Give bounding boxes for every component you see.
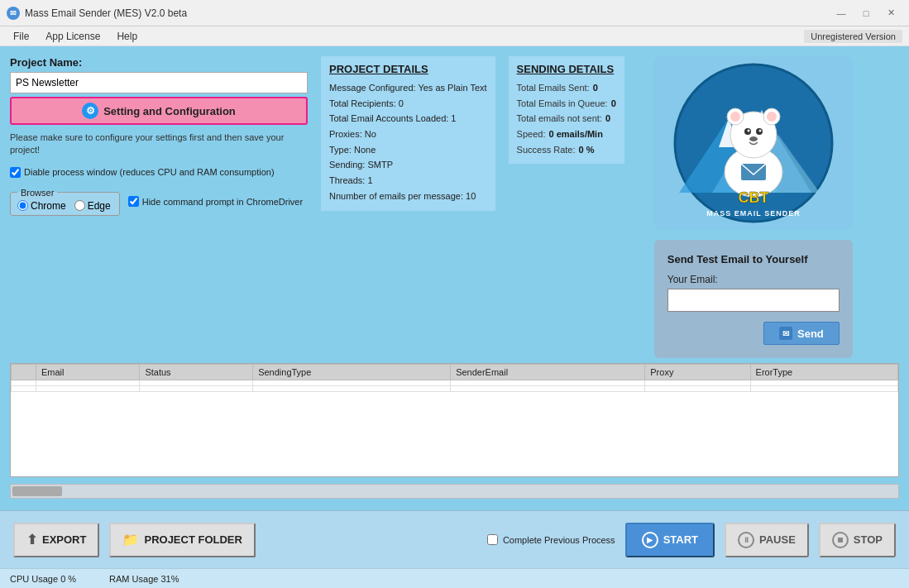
export-icon: ⬆: [26, 532, 37, 547]
stop-button[interactable]: ⏹ STOP: [819, 523, 896, 557]
total-queue-line: Total Emails in Queue: 0: [517, 96, 616, 112]
chrome-radio-option: Chrome: [17, 200, 66, 212]
complete-previous-label: Complete Previous Process: [503, 535, 615, 545]
project-details-section: PROJECT DETAILS Message Configured: Yes …: [321, 56, 495, 211]
col-header-errortype: ErorType: [750, 365, 897, 380]
disable-process-row: Diable process window (reduces CPU and R…: [10, 167, 308, 178]
main-content: Project Name: ⚙ Setting and Configuratio…: [0, 46, 909, 510]
menu-help[interactable]: Help: [110, 29, 144, 44]
horizontal-scrollbar[interactable]: [10, 484, 899, 499]
stop-icon: ⏹: [832, 532, 849, 548]
bear-logo-svg: CBT MASS EMAIL SENDER: [663, 60, 844, 226]
hide-prompt-section: Hide command prompt in ChromeDriver: [128, 196, 303, 207]
left-panel: Project Name: ⚙ Setting and Configuratio…: [10, 56, 308, 216]
disable-process-label: Diable process window (reduces CPU and R…: [24, 167, 275, 177]
nnumber: Nnumber of emails per message: 10: [329, 189, 487, 204]
total-not-sent-line: Total emails not sent: 0: [517, 111, 616, 127]
chrome-radio[interactable]: [17, 200, 28, 211]
title-bar-left: ✉ Mass Email Sender (MES) V2.0 beta: [7, 7, 187, 20]
menu-file[interactable]: File: [7, 29, 36, 44]
close-button[interactable]: ✕: [879, 5, 902, 22]
col-header-senderemail: SenderEmail: [451, 365, 645, 380]
right-panel: CBT MASS EMAIL SENDER Send Test Email to…: [638, 56, 869, 358]
type: Type: None: [329, 142, 487, 158]
hide-prompt-label: Hide command prompt in ChromeDriver: [142, 197, 303, 207]
title-bar: ✉ Mass Email Sender (MES) V2.0 beta — □ …: [0, 0, 909, 26]
table-row: [12, 380, 898, 386]
col-header-status: Status: [140, 365, 253, 380]
project-name-input[interactable]: [10, 72, 308, 93]
settings-configuration-button[interactable]: ⚙ Setting and Configuration: [10, 97, 308, 125]
export-button[interactable]: ⬆ EXPORT: [13, 523, 99, 557]
unregistered-version-badge: Unregistered Version: [804, 30, 902, 43]
pause-icon: ⏸: [738, 532, 754, 548]
cpu-usage: CPU Usage 0 %: [10, 574, 76, 584]
bottom-bar: ⬆ EXPORT 📁 PROJECT FOLDER Complete Previ…: [0, 510, 909, 568]
start-icon: ▶: [642, 532, 658, 548]
edge-label: Edge: [88, 200, 111, 212]
svg-point-14: [747, 130, 749, 132]
project-folder-button[interactable]: 📁 PROJECT FOLDER: [109, 523, 255, 557]
edge-radio-option: Edge: [74, 200, 111, 212]
svg-point-15: [758, 130, 761, 132]
menu-items: File App License Help: [7, 29, 144, 44]
menu-applicense[interactable]: App License: [39, 29, 107, 44]
svg-point-11: [767, 112, 777, 122]
speed-line: Speed: 0 emails/Min: [517, 127, 616, 142]
col-header-sendingtype: SendingType: [253, 365, 451, 380]
pause-button[interactable]: ⏸ PAUSE: [725, 523, 809, 557]
message-configured: Message Configured: Yes as Plain Text: [329, 80, 487, 96]
complete-previous-section: Complete Previous Process: [487, 534, 615, 545]
start-button[interactable]: ▶ START: [625, 523, 715, 557]
hide-prompt-checkbox[interactable]: [128, 196, 139, 207]
email-table: Email Status SendingType SenderEmail Pro…: [11, 364, 898, 392]
proxies: Proxies: No: [329, 127, 487, 142]
warning-text: Please make sure to configure your setti…: [10, 131, 308, 157]
gear-icon: ⚙: [82, 103, 98, 119]
success-rate-line: Success Rate: 0 %: [517, 142, 616, 158]
test-email-section: Send Test Email to Yourself Your Email: …: [654, 240, 853, 358]
your-email-input[interactable]: [667, 289, 840, 312]
sending-details-section: SENDING DETAILS Total Emails Sent: 0 Tot…: [509, 56, 624, 164]
svg-text:MASS EMAIL SENDER: MASS EMAIL SENDER: [706, 209, 800, 218]
svg-point-10: [730, 112, 740, 122]
email-table-wrapper[interactable]: Email Status SendingType SenderEmail Pro…: [10, 363, 899, 477]
total-sent-line: Total Emails Sent: 0: [517, 80, 616, 96]
folder-icon: 📁: [122, 532, 139, 547]
maximize-button[interactable]: □: [854, 5, 878, 22]
col-header-num: [12, 365, 36, 380]
send-button[interactable]: ✉ Send: [763, 322, 840, 345]
project-name-section: Project Name: ⚙ Setting and Configuratio…: [10, 56, 308, 125]
table-row: [12, 386, 898, 392]
threads: Threads: 1: [329, 173, 487, 189]
disable-process-checkbox[interactable]: [10, 167, 21, 178]
svg-point-16: [749, 136, 758, 141]
ram-usage: RAM Usage 31%: [109, 574, 179, 584]
your-email-label: Your Email:: [667, 274, 840, 285]
app-icon: ✉: [7, 7, 20, 20]
sending-details-title: SENDING DETAILS: [517, 63, 616, 75]
chrome-label: Chrome: [31, 200, 66, 212]
complete-previous-checkbox[interactable]: [487, 534, 498, 545]
status-bar: CPU Usage 0 % RAM Usage 31%: [0, 568, 909, 588]
project-name-label: Project Name:: [10, 56, 308, 69]
scrollbar-thumb[interactable]: [12, 486, 62, 496]
total-recipients: Total Recipients: 0: [329, 96, 487, 112]
project-details-title: PROJECT DETAILS: [329, 63, 487, 75]
edge-radio[interactable]: [74, 200, 85, 211]
send-icon: ✉: [779, 327, 792, 340]
menu-bar: File App License Help Unregistered Versi…: [0, 26, 909, 46]
sending: Sending: SMTP: [329, 157, 487, 173]
minimize-button[interactable]: —: [830, 5, 853, 22]
title-bar-controls: — □ ✕: [830, 5, 902, 22]
title-bar-title: Mass Email Sender (MES) V2.0 beta: [25, 7, 187, 19]
total-email-accounts: Total Email Accounts Loaded: 1: [329, 111, 487, 127]
browser-legend: Browser: [17, 188, 57, 198]
svg-text:CBT: CBT: [738, 189, 768, 206]
col-header-email: Email: [36, 365, 140, 380]
test-email-title: Send Test Email to Yourself: [667, 253, 840, 265]
logo-section: CBT MASS EMAIL SENDER: [654, 56, 853, 230]
browser-fieldset: Browser Chrome Edge: [10, 188, 120, 216]
col-header-proxy: Proxy: [645, 365, 750, 380]
